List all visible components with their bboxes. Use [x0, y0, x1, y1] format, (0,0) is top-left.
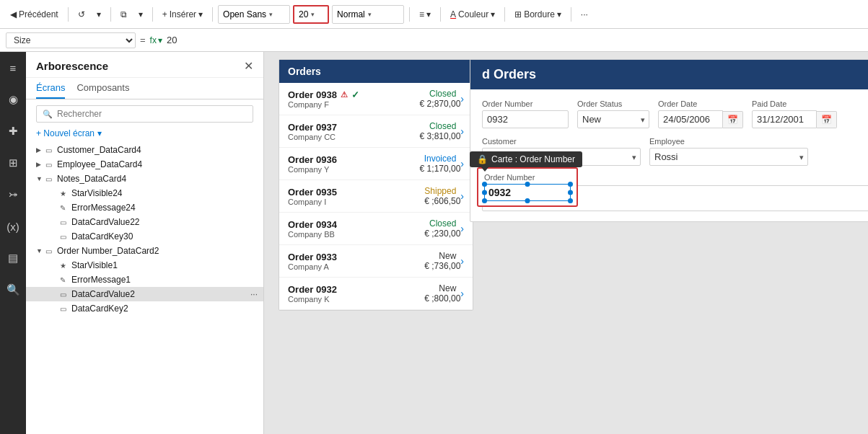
paid-date-input[interactable]: [752, 110, 817, 128]
sidebar-menu-icon[interactable]: ≡: [3, 58, 23, 78]
card-icon-2: ▭: [45, 161, 54, 169]
sidebar-data-icon[interactable]: ⤖: [3, 185, 23, 205]
order-date-input[interactable]: [658, 110, 723, 128]
arrow-icon-0933: ›: [460, 255, 464, 267]
tree-item-employee_datacard4[interactable]: ▶ ▭ Employee_DataCard4: [26, 157, 263, 172]
new-screen-label: + Nouvel écran: [36, 128, 95, 138]
handle-tl[interactable]: [482, 182, 487, 187]
back-button[interactable]: ◀ Précédent: [6, 8, 63, 21]
left-panel-close-button[interactable]: ✕: [244, 59, 253, 73]
collapse-down-icon-2: ▼: [36, 247, 43, 254]
employee-select[interactable]: Rossi: [649, 148, 808, 166]
size-dropdown[interactable]: 20 ▾: [293, 5, 329, 24]
arrow-icon-0936: ›: [460, 158, 464, 169]
sidebar-layers-icon[interactable]: ◉: [3, 89, 23, 110]
color-button[interactable]: A Couleur ▾: [446, 8, 499, 21]
order-number-input-wrapper[interactable]: 0932: [484, 184, 571, 201]
border-label: Bordure: [524, 9, 555, 19]
order-item-0937[interactable]: Order 0937 Company CC Closed € 3;810,00 …: [279, 115, 473, 148]
card-icon-6: ▭: [60, 291, 69, 298]
undo-caret-icon: ▾: [97, 9, 101, 19]
arrow-icon-0938: ›: [460, 93, 464, 105]
insert-button[interactable]: + Insérer ▾: [158, 8, 207, 21]
paid-date-calendar-icon[interactable]: 📅: [817, 111, 837, 128]
order-item-0935[interactable]: Order 0935 Company I Shipped € ;606,50 ›: [279, 180, 473, 213]
font-label: Open Sans: [223, 9, 266, 19]
handle-tm[interactable]: [525, 182, 530, 187]
copy-caret-button[interactable]: ▾: [134, 8, 147, 21]
sep4: [212, 7, 213, 22]
arrow-icon-0932: ›: [460, 288, 464, 299]
order-date-calendar-icon[interactable]: 📅: [723, 111, 743, 128]
sidebar-search-icon[interactable]: 🔍: [3, 280, 23, 300]
tree-item-customer_datacard4[interactable]: ▶ ▭ Customer_DataCard4: [26, 143, 263, 157]
back-label: Précédent: [19, 9, 58, 19]
order-item-0936[interactable]: Order 0936 Company Y Invoiced € 1;170,00…: [279, 148, 473, 180]
tree-item-starvisible1[interactable]: ★ StarVisible1: [26, 258, 263, 273]
tree-item-errormessage24[interactable]: ✎ ErrorMessage24: [26, 200, 263, 215]
undo-button[interactable]: ↺: [74, 8, 89, 21]
new-screen-caret-icon: ▾: [97, 128, 102, 138]
order-date-field: Order Date 📅: [658, 99, 743, 128]
handle-br[interactable]: [568, 198, 573, 203]
paid-date-label: Paid Date: [752, 99, 837, 108]
key-icon: ▭: [60, 233, 69, 241]
employee-field: Employee Rossi: [649, 137, 808, 166]
handle-bm[interactable]: [525, 198, 530, 203]
copy-caret-icon: ▾: [139, 9, 143, 19]
tree-more-button[interactable]: ···: [250, 289, 258, 299]
error-icon: ✎: [60, 204, 69, 212]
sidebar-layout-icon[interactable]: ▤: [3, 248, 23, 268]
more-button[interactable]: ···: [577, 8, 592, 21]
tree-item-datacardvalue22[interactable]: ▭ DataCardValue22: [26, 215, 263, 229]
search-box: 🔍: [36, 105, 253, 123]
handle-bl[interactable]: [482, 198, 487, 203]
search-input[interactable]: [57, 109, 247, 119]
plus-icon: +: [162, 9, 167, 19]
border-button[interactable]: ⊞ Bordure ▾: [510, 8, 566, 21]
align-caret-icon: ▾: [426, 9, 431, 19]
order-item-0933[interactable]: Order 0933 Company A New € ;736,00 ›: [279, 245, 473, 278]
tree-item-datacardvalue2[interactable]: ▭ DataCardValue2 ···: [26, 287, 263, 301]
tab-screens[interactable]: Écrans: [36, 82, 65, 99]
new-screen-button[interactable]: + Nouvel écran ▾: [36, 128, 253, 138]
sidebar-add-icon[interactable]: ✚: [3, 121, 23, 141]
sidebar-components-icon[interactable]: ⊞: [3, 153, 23, 173]
tab-components[interactable]: Composants: [76, 82, 129, 99]
sep2: [110, 7, 111, 22]
tree-item-datacardkey30[interactable]: ▭ DataCardKey30: [26, 229, 263, 244]
size-caret-icon: ▾: [311, 11, 315, 18]
tree-item-datacardkey2[interactable]: ▭ DataCardKey2: [26, 301, 263, 316]
font-caret-icon: ▾: [269, 11, 273, 18]
sidebar-variables-icon[interactable]: (x): [3, 216, 23, 236]
order-number-field-input[interactable]: [482, 110, 569, 128]
paid-date-field: Paid Date 📅: [752, 99, 837, 128]
canvas-area: Orders Order 0938 ⚠ ✓ Company F Closed: [279, 59, 868, 434]
tree-item-errormessage1[interactable]: ✎ ErrorMessage1: [26, 273, 263, 287]
order-number-field: Order Number: [482, 99, 569, 128]
employee-select-wrap: Rossi: [649, 148, 808, 166]
order-item-0938[interactable]: Order 0938 ⚠ ✓ Company F Closed € 2;870,…: [279, 83, 473, 115]
order-item-0934[interactable]: Order 0934 Company BB Closed € ;230,00 ›: [279, 213, 473, 245]
tree-item-notes_datacard4[interactable]: ▼ ▭ Notes_DataCard4: [26, 172, 263, 186]
formula-value: 20: [167, 35, 177, 45]
tree-item-starvisible24[interactable]: ★ StarVisible24: [26, 186, 263, 200]
order-status-select[interactable]: New Closed Invoiced Shipped: [577, 110, 649, 128]
order-item-0932[interactable]: Order 0932 Company K New € ;800,00 ›: [279, 278, 473, 310]
tree-item-ordernumber_datacard2[interactable]: ▼ ▭ Order Number_DataCard2: [26, 244, 263, 258]
align-button[interactable]: ≡ ▾: [415, 8, 435, 21]
sep6: [440, 7, 441, 22]
handle-mr[interactable]: [568, 190, 573, 195]
card-tooltip: 🔒 Carte : Order Number: [470, 151, 582, 167]
formula-name-select[interactable]: Size: [6, 32, 136, 48]
copy-button[interactable]: ⧉: [116, 8, 131, 21]
undo-caret-button[interactable]: ▾: [92, 8, 105, 21]
formula-fx-button[interactable]: fx ▾: [150, 35, 162, 45]
handle-tr[interactable]: [568, 182, 573, 187]
order-status-select-wrap: New Closed Invoiced Shipped: [577, 110, 649, 128]
style-dropdown[interactable]: Normal ▾: [332, 5, 404, 24]
order-number-card[interactable]: Order Number 0932: [477, 167, 578, 207]
star-icon: ★: [60, 190, 69, 198]
font-dropdown[interactable]: Open Sans ▾: [218, 5, 290, 24]
handle-ml[interactable]: [482, 190, 487, 195]
